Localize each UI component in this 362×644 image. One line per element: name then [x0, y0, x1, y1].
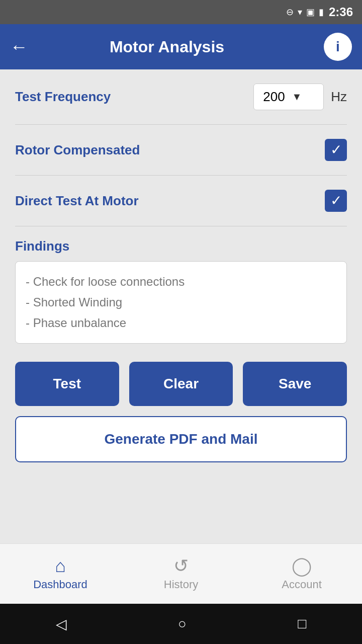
status-icons: ⊖ ▾ ▣ ▮: [286, 7, 324, 18]
dropdown-arrow-icon: ▼: [292, 91, 302, 103]
history-label: History: [164, 578, 198, 591]
battery-icon: ▮: [319, 7, 324, 18]
findings-box: - Check for loose connections - Shorted …: [15, 261, 347, 344]
account-icon: ◯: [292, 557, 312, 575]
page-title: Motor Analysis: [38, 38, 296, 56]
action-buttons-row: Test Clear Save: [15, 362, 347, 406]
findings-section: Findings - Check for loose connections -…: [15, 226, 347, 344]
clock: 2:36: [329, 5, 353, 19]
direct-test-checkbox[interactable]: ✓: [325, 190, 347, 212]
findings-text: - Check for loose connections - Shorted …: [26, 272, 336, 333]
nav-history[interactable]: ↺ History: [121, 552, 241, 596]
checkmark-icon: ✓: [330, 143, 342, 157]
test-frequency-control: 200 ▼ Hz: [253, 84, 347, 110]
app-header: ← Motor Analysis i: [0, 24, 362, 69]
rotor-compensated-label: Rotor Compensated: [15, 142, 325, 158]
test-button[interactable]: Test: [15, 362, 119, 406]
back-button[interactable]: ←: [10, 38, 28, 56]
findings-title: Findings: [15, 238, 347, 254]
save-button[interactable]: Save: [243, 362, 347, 406]
signal-icon: ▣: [306, 7, 315, 18]
history-icon: ↺: [173, 557, 189, 575]
direct-test-row: Direct Test At Motor ✓: [15, 176, 347, 226]
test-frequency-label: Test Frequency: [15, 89, 253, 105]
test-frequency-row: Test Frequency 200 ▼ Hz: [15, 69, 347, 125]
info-button[interactable]: i: [324, 33, 352, 61]
bottom-navigation: ⌂ Dashboard ↺ History ◯ Account: [0, 543, 362, 604]
main-content: Test Frequency 200 ▼ Hz Rotor Compensate…: [0, 69, 362, 543]
back-nav-button[interactable]: ◁: [56, 616, 67, 632]
clear-button[interactable]: Clear: [129, 362, 233, 406]
direct-test-label: Direct Test At Motor: [15, 193, 325, 209]
system-nav-bar: ◁ ○ □: [0, 604, 362, 644]
wifi-icon: ▾: [298, 7, 302, 18]
home-nav-button[interactable]: ○: [178, 616, 187, 632]
nav-account[interactable]: ◯ Account: [241, 552, 362, 596]
rotor-compensated-row: Rotor Compensated ✓: [15, 125, 347, 176]
dashboard-label: Dashboard: [33, 578, 87, 591]
frequency-dropdown[interactable]: 200 ▼: [253, 84, 324, 110]
checkmark-icon-2: ✓: [330, 194, 342, 208]
generate-pdf-button[interactable]: Generate PDF and Mail: [15, 416, 347, 462]
do-not-disturb-icon: ⊖: [286, 7, 294, 18]
status-bar: ⊖ ▾ ▣ ▮ 2:36: [0, 0, 362, 24]
nav-dashboard[interactable]: ⌂ Dashboard: [0, 552, 121, 596]
dashboard-icon: ⌂: [55, 557, 66, 575]
rotor-compensated-checkbox[interactable]: ✓: [325, 139, 347, 161]
recents-nav-button[interactable]: □: [298, 616, 306, 632]
frequency-value: 200: [263, 89, 285, 105]
frequency-unit: Hz: [331, 89, 347, 105]
account-label: Account: [282, 578, 322, 591]
